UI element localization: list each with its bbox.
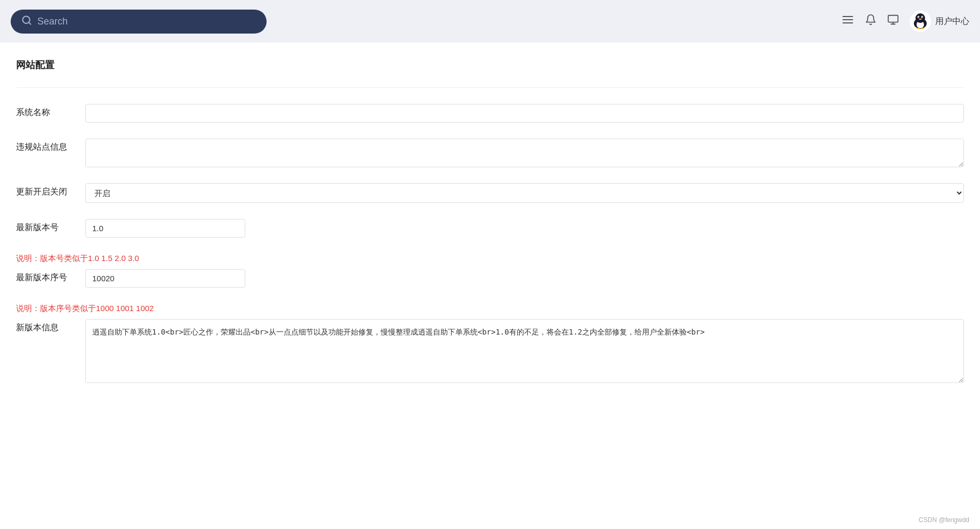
version-hint-1: 说明：版本号类似于1.0 1.5 2.0 3.0 [16, 254, 964, 269]
menu-icon[interactable] [841, 13, 854, 29]
new-version-info-label: 新版本信息 [16, 319, 75, 333]
search-bar[interactable] [11, 10, 267, 34]
divider [16, 87, 964, 88]
page-title: 网站配置 [16, 53, 964, 82]
system-name-row: 系统名称 [16, 104, 964, 123]
latest-version-seq-label: 最新版本序号 [16, 269, 75, 283]
svg-rect-5 [888, 15, 898, 22]
system-name-label: 系统名称 [16, 104, 75, 118]
system-name-input[interactable] [85, 104, 964, 123]
avatar [910, 11, 931, 32]
user-center[interactable]: 用户中心 [910, 11, 969, 32]
search-input[interactable] [37, 16, 256, 27]
violation-info-label: 违规站点信息 [16, 139, 75, 153]
search-icon [21, 15, 32, 28]
latest-version-seq-row: 最新版本序号 [16, 269, 964, 288]
new-version-info-textarea[interactable]: 逍遥自助下单系统1.0<br>匠心之作，荣耀出品<br>从一点点细节以及功能开始… [85, 319, 964, 383]
svg-point-10 [915, 13, 925, 23]
svg-point-15 [919, 19, 922, 20]
latest-version-input[interactable] [85, 219, 245, 238]
watermark: CSDN @fengwdd [919, 516, 969, 524]
latest-version-seq-input[interactable] [85, 269, 245, 288]
header-right: 用户中心 [841, 11, 969, 32]
latest-version-row: 最新版本号 [16, 219, 964, 238]
header: 用户中心 [0, 0, 980, 43]
screen-icon[interactable] [887, 14, 899, 29]
svg-point-14 [922, 17, 923, 18]
update-toggle-label: 更新开启关闭 [16, 183, 75, 198]
latest-version-label: 最新版本号 [16, 219, 75, 233]
user-label: 用户中心 [935, 16, 969, 27]
svg-point-16 [917, 28, 920, 29]
bell-icon[interactable] [865, 14, 877, 29]
update-toggle-select[interactable]: 开启 关闭 [85, 183, 964, 203]
svg-line-1 [29, 22, 31, 24]
new-version-info-row: 新版本信息 逍遥自助下单系统1.0<br>匠心之作，荣耀出品<br>从一点点细节… [16, 319, 964, 383]
violation-info-row: 违规站点信息 [16, 139, 964, 167]
update-toggle-row: 更新开启关闭 开启 关闭 [16, 183, 964, 203]
violation-info-textarea[interactable] [85, 139, 964, 167]
form-section: 系统名称 违规站点信息 更新开启关闭 开启 关闭 最新版本号 说明：版本号类似于… [16, 93, 964, 410]
svg-point-13 [918, 17, 919, 18]
main-content: 网站配置 系统名称 违规站点信息 更新开启关闭 开启 关闭 最新版本号 说明：版… [0, 43, 980, 529]
svg-point-17 [921, 28, 924, 29]
version-hint-2: 说明：版本序号类似于1000 1001 1002 [16, 304, 964, 319]
